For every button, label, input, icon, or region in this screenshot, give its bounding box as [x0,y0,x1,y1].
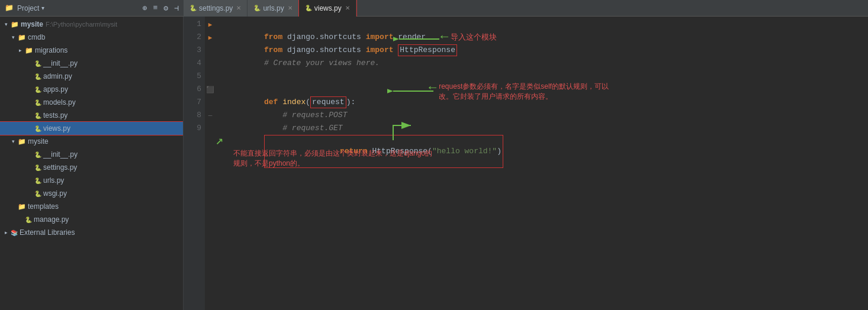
sidebar-item-apps[interactable]: 🐍 apps.py [0,83,183,96]
tab-views-icon: 🐍 [305,5,312,11]
sidebar-item-init-mysite[interactable]: 🐍 __init__.py [0,148,183,161]
sidebar-item-external-libs[interactable]: 📚 External Libraries [0,226,183,239]
arrow-external-libs [2,230,9,235]
py-wsgi-icon: 🐍 [34,190,41,197]
tool-icon-1[interactable]: ⊕ [143,4,147,13]
sidebar-item-init-cmdb[interactable]: 🐍 __init__.py [0,57,183,70]
folder-mysite-inner-icon: 📁 [18,138,26,146]
sidebar-item-admin[interactable]: 🐍 admin.py [0,70,183,83]
tab-urls[interactable]: 🐍 urls.py ✕ [247,0,298,17]
folder-mysite-icon: 📁 [11,21,19,28]
py-tests-icon: 🐍 [34,112,41,119]
arrow-migrations [17,47,24,53]
sidebar-item-urls[interactable]: 🐍 urls.py [0,174,183,187]
code-line-5 [216,70,868,83]
sidebar-item-tests[interactable]: 🐍 tests.py [0,109,183,122]
tab-settings-icon: 🐍 [189,5,197,11]
tab-views[interactable]: 🐍 views.py ✕ [299,0,356,17]
project-panel-header: 📁 Project ▾ ⊕ ≡ ⚙ ⊣ [0,4,184,13]
gutter-1: ▶ [205,18,216,31]
py-views-icon: 🐍 [34,125,41,132]
gutter-4 [205,57,216,70]
external-libs-icon: 📚 [11,230,18,236]
sidebar-item-manage[interactable]: 🐍 manage.py [0,213,183,226]
main-layout: 📁 mysite F:\Python\pycharm\mysit 📁 cmdb … [0,17,868,310]
project-dropdown-icon[interactable]: ▾ [41,5,44,11]
py-apps-icon: 🐍 [34,86,41,93]
py-init-cmdb-icon: 🐍 [34,60,41,67]
tab-settings[interactable]: 🐍 settings.py ✕ [184,0,247,17]
tool-icon-3[interactable]: ⚙ [163,4,168,13]
tab-urls-close[interactable]: ✕ [288,5,292,11]
py-models-icon: 🐍 [34,99,41,106]
py-admin-icon: 🐍 [34,73,41,80]
gutter-2: ▶ [205,31,216,44]
gutter-8: — [205,109,216,122]
tab-settings-close[interactable]: ✕ [236,5,241,11]
sidebar-item-models[interactable]: 🐍 models.py [0,96,183,109]
tab-urls-icon: 🐍 [253,5,261,11]
folder-templates-icon: 📁 [18,203,26,211]
py-init-mysite-icon: 🐍 [34,151,41,158]
sidebar-item-migrations[interactable]: 📁 migrations [0,44,183,57]
arrow-mysite [2,21,9,27]
gutter-6: ⬛ [205,83,216,96]
request-highlight: request [310,96,346,108]
tabs-bar: 🐍 settings.py ✕ 🐍 urls.py ✕ 🐍 views.py ✕ [184,0,868,17]
gutter-3 [205,44,216,57]
gutter-9 [205,122,216,135]
py-urls-icon: 🐍 [34,177,41,184]
tool-icon-2[interactable]: ≡ [153,4,158,12]
sidebar-item-cmdb[interactable]: 📁 cmdb [0,31,183,44]
tool-icon-4[interactable]: ⊣ [174,4,179,13]
gutter-5 [205,70,216,83]
gutter: ▶ ▶ ⬛ — [205,17,216,310]
gutter-7 [205,96,216,109]
file-tree: 📁 mysite F:\Python\pycharm\mysit 📁 cmdb … [0,17,184,310]
arrow-mysite-inner [9,138,17,144]
code-line-6: def index(request): [216,83,868,96]
code-line-1: from django.shortcuts import render [216,18,868,31]
tab-views-close[interactable]: ✕ [345,5,350,11]
py-manage-icon: 🐍 [25,217,32,223]
py-settings-icon: 🐍 [34,164,41,171]
return-highlight: return HttpResponse("hello world!") [264,135,503,168]
folder-cmdb-icon: 📁 [18,34,26,41]
code-container: 1 2 3 4 5 6 7 8 9 ▶ ▶ ⬛ — [184,17,868,310]
line-numbers: 1 2 3 4 5 6 7 8 9 [184,17,205,310]
sidebar-item-mysite-inner[interactable]: 📁 mysite [0,135,183,148]
arrow-cmdb [9,34,17,40]
title-bar: 📁 Project ▾ ⊕ ≡ ⚙ ⊣ 🐍 settings.py ✕ 🐍 ur… [0,0,868,17]
folder-migrations-icon: 📁 [25,47,33,54]
sidebar-item-views[interactable]: 🐍 views.py [0,122,183,135]
http-response-highlight: HttpResponse [398,44,457,56]
sidebar-item-wsgi[interactable]: 🐍 wsgi.py [0,187,183,200]
sidebar-item-templates[interactable]: 📁 templates [0,200,183,213]
sidebar-item-mysite-root[interactable]: 📁 mysite F:\Python\pycharm\mysit [0,18,183,31]
editor-area: 1 2 3 4 5 6 7 8 9 ▶ ▶ ⬛ — [184,17,868,310]
code-lines[interactable]: from django.shortcuts import render from… [216,17,868,310]
project-label: Project ▾ [17,4,44,12]
project-folder-icon: 📁 [5,4,14,12]
sidebar-item-settings[interactable]: 🐍 settings.py [0,161,183,174]
